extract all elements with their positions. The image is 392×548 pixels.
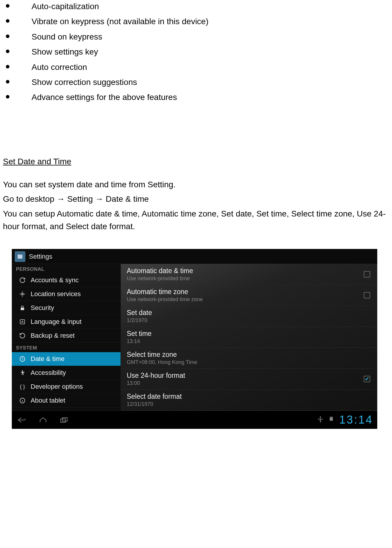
bullet-icon [6, 95, 9, 99]
setting-subtitle: Use network-provided time zone [127, 296, 203, 303]
sidebar-item-security[interactable]: Security [12, 301, 121, 315]
setting-subtitle: 1/2/1970 [127, 317, 152, 324]
list-item: Auto correction [3, 61, 389, 73]
bullet-list: Auto-capitalization Vibrate on keypress … [3, 0, 389, 104]
system-navbar: 13:14 [12, 411, 377, 429]
svg-rect-8 [21, 308, 24, 310]
setting-select-date-format[interactable]: Select date format 12/31/1970 [121, 390, 377, 411]
sync-icon [18, 277, 27, 283]
svg-rect-16 [61, 419, 65, 422]
back-button[interactable] [16, 414, 28, 426]
bullet-text: Auto-capitalization [32, 0, 99, 13]
setting-set-time[interactable]: Set time 13:14 [121, 327, 377, 348]
list-item: Vibrate on keypress (not available in th… [3, 15, 389, 28]
sidebar-item-label: About tablet [31, 397, 65, 404]
sidebar-section-system: SYSTEM [12, 343, 121, 352]
sidebar-item-label: Language & input [31, 318, 82, 326]
lock-icon [18, 305, 27, 311]
setting-subtitle: 12/31/1970 [127, 401, 182, 407]
sidebar-item-location-services[interactable]: Location services [12, 287, 121, 301]
checkbox-auto-tz[interactable] [364, 292, 370, 298]
sidebar-item-accounts-sync[interactable]: Accounts & sync [12, 273, 121, 287]
setting-set-date[interactable]: Set date 1/2/1970 [121, 306, 377, 327]
setting-automatic-time-zone[interactable]: Automatic time zone Use network-provided… [121, 285, 377, 306]
svg-line-21 [332, 417, 333, 417]
paragraph: You can setup Automatic date & time, Aut… [3, 207, 389, 233]
setting-title: Automatic time zone [127, 288, 203, 296]
setting-title: Select time zone [127, 351, 197, 359]
sidebar-item-label: Security [31, 304, 54, 312]
home-button[interactable] [37, 414, 49, 426]
window-header: Settings [12, 249, 377, 264]
header-title: Settings [29, 253, 52, 260]
list-item: Sound on keypress [3, 30, 389, 43]
setting-automatic-date-time[interactable]: Automatic date & time Use network-provid… [121, 264, 377, 285]
info-icon [18, 397, 27, 404]
list-item: Show settings key [3, 45, 389, 58]
svg-point-19 [332, 418, 332, 418]
settings-screenshot: Settings PERSONAL Accounts & sync Locati… [12, 249, 377, 429]
bullet-text: Sound on keypress [32, 30, 102, 43]
recent-apps-button[interactable] [58, 414, 70, 426]
sidebar-item-date-time[interactable]: Date & time [12, 352, 121, 366]
bullet-text: Vibrate on keypress (not available in th… [32, 15, 208, 28]
usb-icon[interactable] [317, 416, 323, 424]
svg-rect-17 [62, 418, 67, 421]
svg-line-20 [330, 417, 330, 417]
sidebar-item-label: Accessibility [31, 369, 66, 377]
settings-sidebar: PERSONAL Accounts & sync Location servic… [12, 264, 121, 411]
sidebar-item-label: Date & time [31, 355, 65, 363]
svg-point-4 [21, 256, 22, 257]
setting-subtitle: GMT+08:00, Hong Kong Time [127, 359, 197, 365]
setting-title: Set time [127, 330, 151, 338]
accessibility-icon [18, 370, 27, 376]
language-icon: A [18, 319, 27, 325]
navbar-clock[interactable]: 13:14 [339, 414, 373, 426]
bullet-icon [6, 80, 9, 83]
sidebar-item-about-tablet[interactable]: About tablet [12, 394, 121, 408]
sidebar-item-label: Developer options [31, 383, 83, 391]
checkbox-auto-date[interactable] [364, 271, 370, 278]
sidebar-item-label: Backup & reset [31, 332, 75, 339]
android-debug-icon[interactable] [328, 416, 335, 424]
sidebar-item-language-input[interactable]: A Language & input [12, 315, 121, 329]
checkbox-24h[interactable] [364, 376, 370, 382]
developer-icon: { } [18, 384, 27, 390]
backup-icon [18, 332, 27, 339]
sidebar-item-developer-options[interactable]: { } Developer options [12, 380, 121, 394]
setting-title: Automatic date & time [127, 267, 193, 275]
setting-subtitle: Use network-provided time [127, 275, 193, 282]
bullet-text: Advance settings for the above features [32, 91, 177, 104]
bullet-text: Show correction suggestions [32, 76, 137, 88]
section-heading: Set Date and Time [3, 157, 389, 166]
bullet-icon [6, 65, 9, 68]
svg-text:A: A [21, 320, 24, 324]
bullet-icon [6, 19, 9, 23]
setting-title: Select date format [127, 393, 182, 401]
sidebar-item-accessibility[interactable]: Accessibility [12, 366, 121, 380]
setting-title: Set date [127, 309, 152, 317]
paragraph: You can set system date and time from Se… [3, 178, 389, 191]
sidebar-section-personal: PERSONAL [12, 264, 121, 273]
svg-point-5 [19, 257, 20, 259]
bullet-icon [6, 35, 9, 38]
setting-subtitle: 13:00 [127, 380, 185, 386]
bullet-text: Show settings key [32, 45, 98, 58]
list-item: Auto-capitalization [3, 0, 389, 13]
setting-subtitle: 13:14 [127, 338, 151, 344]
settings-icon [15, 251, 25, 262]
sidebar-item-label: Accounts & sync [31, 276, 79, 284]
svg-point-12 [22, 370, 23, 372]
paragraph: Go to desktop → Setting → Date & time [3, 193, 389, 205]
bullet-icon [6, 4, 9, 8]
bullet-icon [6, 50, 9, 53]
setting-select-time-zone[interactable]: Select time zone GMT+08:00, Hong Kong Ti… [121, 348, 377, 369]
svg-point-18 [330, 418, 331, 418]
location-icon [18, 291, 27, 297]
sidebar-item-label: Location services [31, 290, 81, 298]
list-item: Advance settings for the above features [3, 91, 389, 104]
svg-point-7 [22, 294, 23, 295]
setting-title: Use 24-hour format [127, 372, 185, 380]
sidebar-item-backup-reset[interactable]: Backup & reset [12, 329, 121, 343]
setting-use-24-hour-format[interactable]: Use 24-hour format 13:00 [121, 369, 377, 390]
